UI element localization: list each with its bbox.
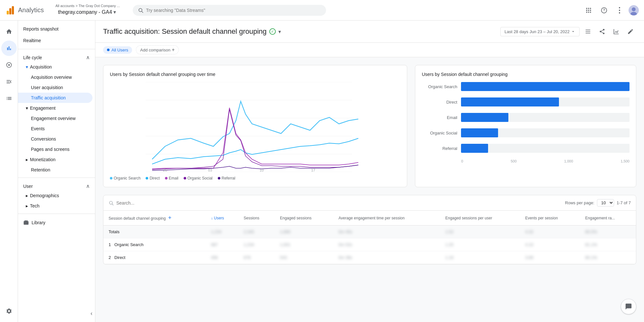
user-section-chevron: ∧ [86, 183, 90, 189]
acquisition-label: Acquisition [30, 64, 52, 69]
sidebar-item-pages-screens[interactable]: Pages and screens [18, 144, 92, 154]
row-1-engaged-sessions: 1,001 [275, 238, 333, 251]
monetization-group-header[interactable]: ▸ Monetization [18, 154, 95, 165]
col-engaged-sessions[interactable]: Engaged sessions [275, 211, 333, 225]
edit-button[interactable] [625, 26, 636, 37]
report-header: Traffic acquisition: Session default cha… [95, 21, 644, 43]
col-users[interactable]: ↓ Users [206, 211, 239, 225]
acquisition-group-header[interactable]: ▾ Acquisition [18, 62, 95, 72]
bar-track-organic-social [461, 128, 630, 137]
sidebar-item-reports-snapshot[interactable]: Reports snapshot [18, 23, 92, 35]
sidebar-item-library[interactable]: Library [18, 216, 95, 229]
demographics-group-header[interactable]: ▸ Demographics [18, 190, 95, 201]
global-search[interactable] [133, 5, 326, 16]
col-avg-engagement[interactable]: Average engagement time per session [333, 211, 440, 225]
avatar-icon [629, 5, 639, 15]
col-events-per-session[interactable]: Events per session [520, 211, 580, 225]
nav-reports-button[interactable] [1, 41, 17, 56]
tech-chevron: ▸ [26, 203, 28, 208]
col-engagement-rate[interactable]: Engagement ra... [580, 211, 636, 225]
compare-button[interactable] [610, 26, 622, 37]
table-row: 1 Organic Search 987 1,234 1,001 0m 52s … [103, 238, 636, 251]
sidebar-item-acquisition-overview[interactable]: Acquisition overview [18, 72, 92, 82]
row-1-sessions: 1,234 [238, 238, 275, 251]
user-avatar[interactable] [629, 5, 639, 15]
bar-track-organic-search [461, 82, 630, 91]
col-engaged-per-user[interactable]: Engaged sessions per user [440, 211, 520, 225]
row-1-users: 987 [206, 238, 239, 251]
bar-label-organic-social: Organic Social [422, 131, 457, 135]
share-button[interactable] [596, 26, 608, 37]
chart-type-button[interactable] [582, 26, 594, 37]
add-icon: + [172, 47, 175, 53]
table-section: Rows per page: 10 25 50 1-7 of 7 Session… [95, 195, 644, 272]
sidebar-item-conversions[interactable]: Conversions [18, 134, 92, 144]
pages-screens-label: Pages and screens [31, 147, 70, 152]
comment-button[interactable] [621, 299, 636, 314]
explore-icon [6, 62, 12, 68]
sidebar-item-realtime[interactable]: Realtime [18, 35, 92, 46]
sidebar-item-traffic-acquisition[interactable]: Traffic acquisition [18, 93, 92, 103]
sidebar-collapse-button[interactable]: ‹ [91, 310, 92, 317]
sidebar-item-user-acquisition[interactable]: User acquisition [18, 82, 92, 93]
nav-settings-button[interactable] [1, 303, 17, 319]
row-2-sessions: 678 [238, 251, 275, 264]
help-button[interactable]: ? [598, 4, 610, 17]
report-title-dropdown-button[interactable]: ▾ [278, 29, 281, 35]
more-vert-button[interactable] [613, 4, 626, 17]
svg-rect-7 [590, 8, 591, 9]
user-section-label: User [23, 184, 33, 189]
apps-icon-button[interactable] [582, 4, 595, 17]
add-column-button[interactable]: + [168, 215, 172, 221]
engagement-label: Engagement [30, 106, 55, 111]
logo-container: Analytics [5, 5, 50, 15]
nav-home-button[interactable] [1, 24, 17, 39]
all-users-chip[interactable]: All Users [103, 46, 132, 54]
svg-rect-13 [590, 12, 591, 13]
search-input[interactable] [146, 8, 321, 13]
sidebar-item-retention[interactable]: Retention [18, 165, 92, 175]
rows-per-page-select[interactable]: 10 25 50 [597, 199, 614, 207]
col-channel[interactable]: Session default channel grouping + [103, 211, 206, 225]
compare-icon [613, 28, 620, 35]
comparison-bar: All Users Add comparison + [95, 43, 644, 57]
bar-track-referral [461, 144, 630, 153]
lifecycle-section: Life cycle ∧ [18, 52, 95, 62]
legend-email: Email [165, 176, 178, 180]
engagement-group-header[interactable]: ▾ Engagement [18, 103, 95, 113]
topbar: Analytics All accounts > The Gray Dot Co… [0, 0, 644, 21]
data-table: Session default channel grouping + ↓ Use… [103, 211, 636, 264]
nav-configure-button[interactable] [1, 91, 17, 106]
library-label: Library [32, 220, 45, 225]
svg-point-23 [8, 64, 10, 66]
sidebar-item-engagement-overview[interactable]: Engagement overview [18, 113, 92, 124]
retention-label: Retention [31, 167, 50, 172]
table-search-input[interactable] [116, 200, 181, 206]
add-comparison-button[interactable]: Add comparison + [136, 45, 179, 54]
svg-text:03: 03 [208, 168, 212, 172]
col-sessions[interactable]: Sessions [238, 211, 275, 225]
bar-track-email [461, 113, 630, 122]
tech-group-header[interactable]: ▸ Tech [18, 201, 95, 211]
legend-dot-direct [146, 177, 148, 179]
table-search-container[interactable] [109, 200, 181, 206]
svg-rect-12 [588, 12, 589, 13]
line-chart-title: Users by Session default channel groupin… [110, 72, 400, 77]
demographics-label: Demographics [30, 193, 59, 198]
add-comparison-label: Add comparison [140, 48, 170, 52]
monetization-label: Monetization [30, 157, 55, 162]
sidebar-item-events[interactable]: Events [18, 124, 92, 134]
nav-advertising-button[interactable] [1, 74, 17, 89]
row-1-events-per-session: 4.10 [520, 238, 580, 251]
all-users-dot [107, 49, 110, 51]
all-users-label: All Users [111, 48, 128, 52]
row-2-avg-engagement: 0m 38s [333, 251, 440, 264]
rows-per-page: Rows per page: 10 25 50 1-7 of 7 [565, 199, 631, 207]
date-range-selector[interactable]: Last 28 days Jun 23 – Jul 20, 2022 [500, 27, 580, 36]
property-selector[interactable]: thegray.company - GA4 ▾ [55, 8, 121, 16]
configure-icon [6, 95, 12, 102]
advertising-icon [6, 78, 12, 85]
nav-explore-button[interactable] [1, 57, 17, 73]
bar-chart-area: Organic Search Direct Email [422, 82, 630, 163]
svg-text:?: ? [603, 8, 605, 12]
